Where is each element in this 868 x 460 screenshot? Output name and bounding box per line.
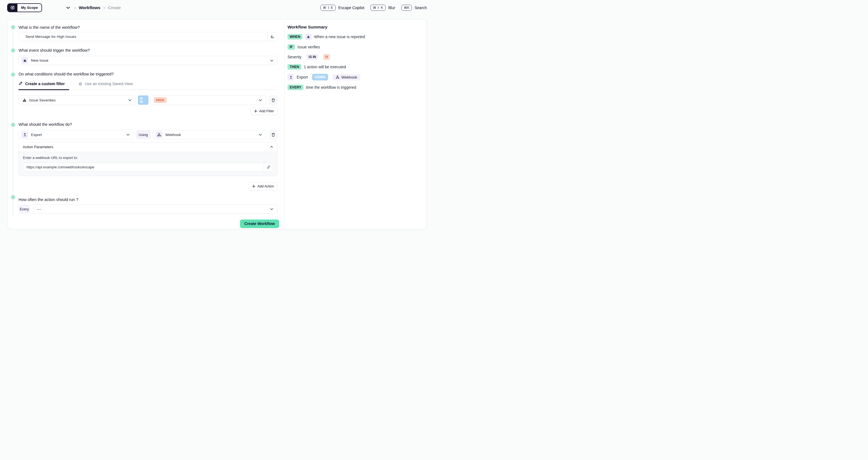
bug-icon xyxy=(21,57,28,64)
upload-icon xyxy=(21,131,28,138)
action-target-value: Webhook xyxy=(165,133,181,137)
severity-value-badge: H xyxy=(323,54,330,60)
breadcrumb-expand-icon[interactable] xyxy=(66,5,70,10)
plus-icon xyxy=(254,110,257,113)
summary-when-row: WHEN When a new issue is reported xyxy=(287,33,426,40)
rail-dot xyxy=(11,25,15,29)
tab-custom-filter[interactable]: Create a custom filter xyxy=(19,81,69,90)
warning-triangle-icon xyxy=(22,98,27,102)
breadcrumb-separator: › xyxy=(74,5,76,10)
question-event-label: What event should trigger the workflow? xyxy=(19,48,278,53)
webhook-badge: Webhook xyxy=(333,74,360,81)
if-badge: IF xyxy=(287,44,295,50)
summary-export-label: Export xyxy=(297,75,308,79)
breadcrumb-workflows[interactable]: Workflows xyxy=(79,5,100,10)
rail-dot xyxy=(11,49,15,53)
filter-operator-badge: IS IN xyxy=(138,95,148,105)
action-type-value: Export xyxy=(31,133,42,137)
filter-row: Issue Severities IS IN HIGH xyxy=(19,95,278,105)
workflow-create-card: What is the name of the workflow? What e… xyxy=(7,19,427,229)
summary-severity-row: Severity IS IN H xyxy=(287,54,426,60)
gear-icon: ⚙ xyxy=(79,82,82,86)
webhook-url-label: Enter a webhook URL to export to: xyxy=(23,156,273,160)
topbar: My Scope › Workflows › Create ⌘ ⇧ E Esca… xyxy=(0,0,434,15)
shortcut-escape-copilot[interactable]: ⌘ ⇧ E Escape Copilot xyxy=(320,5,364,11)
kbd-cmd-shift-e: ⌘ ⇧ E xyxy=(320,5,336,11)
link-icon[interactable] xyxy=(264,163,273,171)
upload-icon xyxy=(287,74,294,81)
breadcrumb: › Workflows › Create xyxy=(74,5,121,10)
action-parameters-body: Enter a webhook URL to export to: xyxy=(19,152,277,176)
webhook-icon xyxy=(336,75,339,79)
shortcut-search[interactable]: ⌘K Search xyxy=(401,5,427,11)
workflow-form: What is the name of the workflow? What e… xyxy=(19,20,278,228)
add-filter-button[interactable]: Add Filter xyxy=(250,107,278,115)
breadcrumb-separator: › xyxy=(103,5,105,10)
scope-switcher[interactable]: My Scope xyxy=(7,3,42,12)
plus-icon xyxy=(252,185,255,188)
summary-title: Workflow Summary xyxy=(287,25,426,30)
create-workflow-button[interactable]: Create Workflow xyxy=(240,219,279,228)
workflow-summary-panel: Workflow Summary WHEN When a new issue i… xyxy=(284,20,426,229)
filter-field-select[interactable]: Issue Severities xyxy=(19,95,136,105)
breadcrumb-create: Create xyxy=(108,5,121,10)
webhook-url-field xyxy=(23,163,273,172)
rail-dot xyxy=(11,123,15,127)
workflow-name-input[interactable] xyxy=(19,35,268,39)
rail-dot xyxy=(11,195,15,199)
every-text: time the workflow is triggered xyxy=(306,85,356,90)
using-label: Using xyxy=(136,130,151,139)
frequency-select[interactable]: --- xyxy=(33,205,278,214)
topbar-shortcuts: ⌘ ⇧ E Escape Copilot ⌘ ⇧ K Blur ⌘K Searc… xyxy=(314,5,427,11)
chevron-down-icon xyxy=(270,207,274,211)
action-target-select[interactable]: Webhook xyxy=(153,130,267,139)
action-type-select[interactable]: Export xyxy=(19,130,134,139)
question-conditions-label: On what conditions should the workflow b… xyxy=(19,72,278,76)
question-action-label: What should the workflow do? xyxy=(19,122,278,127)
chevron-down-icon xyxy=(270,59,274,62)
if-text: Issue verifies xyxy=(298,45,320,49)
conditions-tabs: Create a custom filter ⚙ Use an existing… xyxy=(19,81,278,90)
summary-action-row: Export USING Webhook xyxy=(287,74,426,81)
delete-filter-button[interactable] xyxy=(269,95,278,105)
then-text: 1 action will be executed xyxy=(304,65,346,69)
kbd-cmd-k: ⌘K xyxy=(401,5,412,11)
every-label: Every xyxy=(19,205,30,214)
severity-high-chip[interactable]: HIGH xyxy=(154,97,167,103)
delete-action-button[interactable] xyxy=(269,130,278,140)
summary-if-row: IF Issue verifies xyxy=(287,44,426,50)
action-row: Export Using Webhook xyxy=(19,130,278,140)
every-badge: EVERY xyxy=(287,85,304,90)
question-name-label: What is the name of the workflow? xyxy=(19,25,278,30)
then-badge: THEN xyxy=(287,64,301,70)
progress-rail xyxy=(13,28,13,215)
shortcut-blur[interactable]: ⌘ ⇧ K Blur xyxy=(370,5,395,11)
kbd-cmd-shift-k: ⌘ ⇧ K xyxy=(370,5,385,11)
frequency-value: --- xyxy=(37,207,41,211)
chevron-down-icon xyxy=(126,133,130,136)
scope-logo-icon xyxy=(8,4,18,11)
webhook-icon xyxy=(156,131,162,138)
chevron-up-icon[interactable] xyxy=(270,145,273,149)
action-parameters-header[interactable]: Action Parameters xyxy=(19,142,277,152)
frequency-row: Every --- xyxy=(19,205,278,214)
signature-icon[interactable] xyxy=(268,32,277,41)
action-parameters-panel: Action Parameters Enter a webhook URL to… xyxy=(19,142,278,176)
summary-then-row: THEN 1 action will be executed xyxy=(287,64,426,70)
when-badge: WHEN xyxy=(287,34,302,39)
summary-every-row: EVERY time the workflow is triggered xyxy=(287,84,426,90)
severity-label: Severity xyxy=(287,55,302,59)
trigger-event-value: New Issue xyxy=(31,58,49,62)
tab-saved-view[interactable]: ⚙ Use an existing Saved View xyxy=(79,81,133,90)
when-text: When a new issue is reported xyxy=(314,35,365,39)
chevron-down-icon xyxy=(258,98,262,102)
workflow-name-field xyxy=(19,32,278,41)
bug-icon xyxy=(305,33,312,40)
filter-values-select[interactable]: HIGH xyxy=(151,95,267,105)
webhook-url-input[interactable] xyxy=(23,165,264,169)
chevron-down-icon xyxy=(128,98,132,102)
trigger-event-select[interactable]: New Issue xyxy=(19,56,278,65)
filter-field-value: Issue Severities xyxy=(29,98,56,102)
add-action-button[interactable]: Add Action xyxy=(249,182,278,190)
using-badge: USING xyxy=(312,74,328,81)
